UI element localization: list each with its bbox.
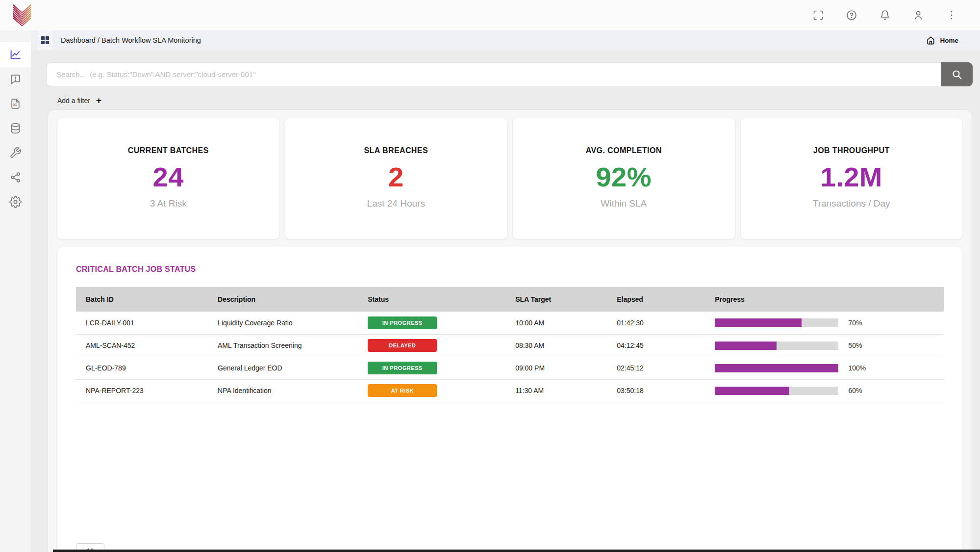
- column-header-description[interactable]: Description: [208, 287, 358, 312]
- user-icon[interactable]: [912, 9, 924, 21]
- progress-label: 70%: [848, 319, 862, 327]
- sla-target-cell: 08:30 AM: [505, 334, 607, 357]
- sidebar-item-settings[interactable]: [0, 189, 31, 214]
- line-chart-icon: [9, 49, 22, 61]
- elapsed-cell: 03:50:18: [607, 379, 705, 402]
- search-input[interactable]: [47, 62, 941, 86]
- chevron-logo-icon: [11, 4, 33, 26]
- plus-icon: +: [96, 97, 101, 104]
- kpi-value: 92%: [513, 161, 735, 193]
- table-row[interactable]: LCR-DAILY-001 Liquidity Coverage Ratio I…: [76, 312, 944, 334]
- table-row[interactable]: GL-EOD-789 General Ledger EOD IN PROGRES…: [76, 357, 944, 379]
- kpi-card-job-throughput: JOB THROUGHPUT 1.2M Transactions / Day: [740, 118, 963, 239]
- critical-batch-panel: CRITICAL BATCH JOB STATUS Batch ID Descr…: [57, 247, 963, 552]
- kpi-title: AVG. COMPLETION: [513, 146, 735, 155]
- horizontal-scrollbar[interactable]: [53, 550, 980, 552]
- fullscreen-icon[interactable]: [812, 9, 824, 21]
- wrench-icon: [9, 147, 22, 159]
- home-icon: [926, 36, 935, 45]
- status-badge: AT RISK: [368, 384, 437, 397]
- kpi-title: JOB THROUGHPUT: [741, 146, 963, 155]
- progress-track: [715, 364, 838, 372]
- database-icon: [9, 122, 22, 134]
- more-options-icon[interactable]: [946, 9, 957, 21]
- batch-id-cell: GL-EOD-789: [76, 357, 208, 379]
- sidebar-item-share[interactable]: [0, 165, 31, 189]
- progress-fill: [715, 342, 777, 350]
- notifications-bell-icon[interactable]: [879, 9, 891, 21]
- batch-id-cell: LCR-DAILY-001: [76, 312, 208, 334]
- column-header-sla-target[interactable]: SLA Target: [505, 287, 607, 312]
- sidebar-item-database[interactable]: [0, 116, 31, 140]
- help-icon[interactable]: [846, 9, 857, 21]
- kpi-cards-row: CURRENT BATCHES 24 3 At Risk SLA BREACHE…: [54, 118, 966, 239]
- kpi-card-avg-completion: AVG. COMPLETION 92% Within SLA: [512, 118, 735, 239]
- batch-id-cell: NPA-REPORT-223: [76, 379, 208, 402]
- kpi-subtitle: Within SLA: [513, 198, 735, 209]
- kpi-subtitle: Last 24 Hours: [285, 198, 507, 209]
- elapsed-cell: 01:42:30: [607, 312, 705, 334]
- breadcrumb: Dashboard / Batch Workflow SLA Monitorin…: [61, 36, 201, 44]
- progress-bar: 50%: [715, 342, 944, 350]
- progress-bar: 70%: [715, 318, 944, 327]
- column-header-progress[interactable]: Progress: [705, 287, 944, 312]
- column-header-elapsed[interactable]: Elapsed: [607, 287, 705, 312]
- grid-icon: [41, 36, 50, 45]
- svg-text:01: 01: [13, 103, 17, 107]
- home-label: Home: [940, 37, 958, 44]
- kpi-value: 24: [57, 161, 279, 193]
- status-badge: DELAYED: [368, 339, 437, 352]
- progress-track: [715, 387, 838, 395]
- kpi-subtitle: 3 At Risk: [57, 198, 279, 209]
- breadcrumb-bar: Dashboard / Batch Workflow SLA Monitorin…: [31, 30, 980, 50]
- progress-bar: 60%: [715, 387, 944, 395]
- sla-target-cell: 10:00 AM: [505, 312, 607, 334]
- apps-grid-button[interactable]: [38, 30, 52, 50]
- sidebar-item-reports[interactable]: 01: [0, 91, 31, 116]
- section-title: CRITICAL BATCH JOB STATUS: [76, 265, 944, 274]
- search-button[interactable]: [941, 62, 973, 86]
- sidebar-item-analytics-dashboard[interactable]: [0, 42, 31, 67]
- elapsed-cell: 04:12:45: [607, 334, 705, 357]
- elapsed-cell: 02:45:12: [607, 357, 705, 379]
- description-cell: General Ledger EOD: [208, 357, 358, 379]
- search-bar: [47, 62, 973, 86]
- progress-label: 60%: [848, 387, 862, 394]
- column-header-status[interactable]: Status: [358, 287, 505, 312]
- add-filter-button[interactable]: Add a filter +: [57, 97, 101, 105]
- kpi-value: 2: [285, 161, 507, 193]
- progress-bar: 100%: [715, 364, 944, 372]
- table-row[interactable]: AML-SCAN-452 AML Transaction Screening D…: [76, 334, 944, 357]
- top-header-bar: [0, 0, 980, 30]
- search-icon: [951, 69, 963, 80]
- app-logo: [11, 4, 33, 26]
- gear-icon: [9, 196, 22, 208]
- sidebar-item-alerts[interactable]: [0, 67, 31, 91]
- sidebar-item-tools[interactable]: [0, 140, 31, 165]
- share-icon: [9, 171, 22, 184]
- description-cell: NPA Identification: [208, 379, 358, 402]
- kpi-card-current-batches: CURRENT BATCHES 24 3 At Risk: [57, 118, 280, 239]
- description-cell: Liquidity Coverage Ratio: [208, 312, 358, 334]
- table-header-row: Batch ID Description Status SLA Target E…: [76, 287, 944, 312]
- batch-jobs-table: Batch ID Description Status SLA Target E…: [76, 287, 944, 402]
- status-badge: IN PROGRESS: [368, 316, 437, 329]
- binary-file-icon: 01: [9, 98, 22, 110]
- dashboard-container: CURRENT BATCHES 24 3 At Risk SLA BREACHE…: [48, 109, 972, 552]
- progress-fill: [715, 387, 789, 395]
- progress-fill: [715, 364, 838, 372]
- progress-fill: [715, 318, 802, 327]
- status-badge: IN PROGRESS: [368, 362, 437, 374]
- progress-track: [715, 318, 838, 327]
- sla-target-cell: 11:30 AM: [505, 379, 607, 402]
- home-button[interactable]: Home: [926, 36, 958, 45]
- kpi-card-sla-breaches: SLA BREACHES 2 Last 24 Hours: [285, 118, 508, 239]
- kpi-value: 1.2M: [741, 161, 963, 193]
- kpi-title: SLA BREACHES: [285, 146, 507, 155]
- table-row[interactable]: NPA-REPORT-223 NPA Identification AT RIS…: [76, 379, 944, 402]
- add-filter-label: Add a filter: [57, 97, 90, 105]
- progress-label: 100%: [848, 364, 866, 372]
- sla-target-cell: 09:00 PM: [505, 357, 607, 379]
- column-header-batch-id[interactable]: Batch ID: [76, 287, 208, 312]
- kpi-subtitle: Transactions / Day: [741, 198, 963, 209]
